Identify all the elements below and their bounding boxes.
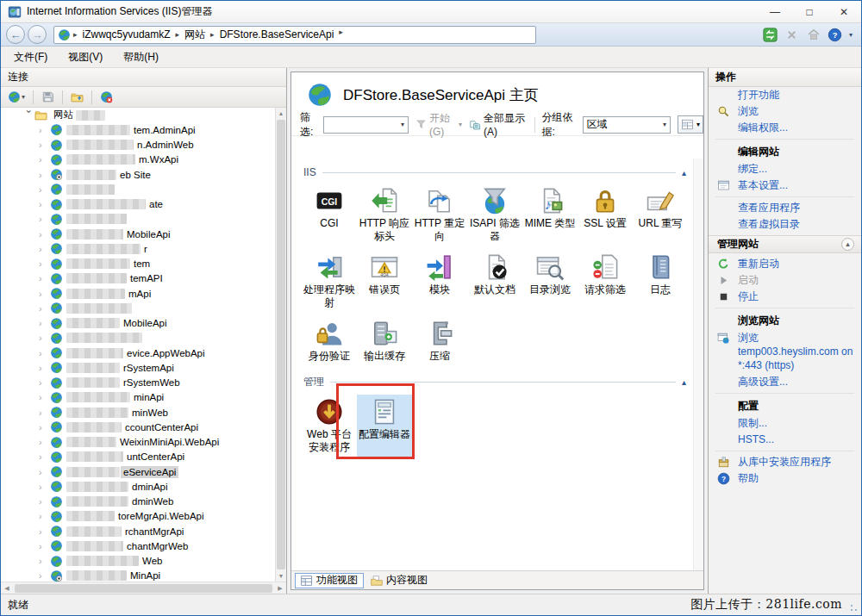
expander-icon[interactable]: ›: [39, 154, 50, 165]
expander-icon[interactable]: ›: [39, 318, 50, 328]
expander-icon[interactable]: ›: [39, 258, 50, 269]
expander-icon[interactable]: ›: [39, 467, 50, 477]
tree-site-row[interactable]: ›ccountCenterApi: [1, 420, 286, 434]
feature-web-platform-installer[interactable]: Web 平台安装程序: [302, 395, 357, 457]
collapse-group-icon[interactable]: ▴: [682, 168, 686, 177]
feature-directory-browsing[interactable]: 目录浏览: [522, 250, 578, 312]
tree-site-row[interactable]: ›mApi: [1, 286, 286, 301]
scroll-right-icon[interactable]: ▶: [274, 585, 286, 592]
expander-icon[interactable]: ›: [39, 496, 50, 507]
breadcrumb-segment[interactable]: ▸iZwwqc5yvudamkZ: [71, 28, 173, 42]
tree-site-row[interactable]: ›Web: [1, 554, 286, 569]
expander-icon[interactable]: ›: [39, 541, 50, 551]
maximize-button[interactable]: □: [792, 1, 827, 22]
tree-site-row[interactable]: ›evice.AppWebApi: [1, 345, 286, 360]
feature-configuration-editor[interactable]: 配置编辑器: [357, 395, 412, 457]
tree-site-row[interactable]: ›: [1, 182, 286, 196]
expander-icon[interactable]: ›: [39, 526, 50, 537]
feature-request-filtering[interactable]: 请求筛选: [578, 250, 633, 312]
help-dropdown-arrow[interactable]: ▾: [849, 31, 853, 39]
expander-icon[interactable]: ›: [39, 422, 50, 432]
expander-icon[interactable]: ›: [39, 451, 50, 462]
expander-icon[interactable]: ›: [39, 511, 50, 521]
expander-icon[interactable]: ›: [39, 214, 50, 224]
tree-site-row[interactable]: ›: [1, 301, 286, 315]
action-item[interactable]: 重新启动: [709, 256, 861, 272]
resize-grip[interactable]: [849, 603, 859, 613]
tree-site-row[interactable]: ›minApi: [1, 390, 286, 405]
content-scrollbar[interactable]: [693, 159, 703, 570]
expander-icon[interactable]: ›: [39, 125, 50, 135]
filter-input[interactable]: ▾: [323, 116, 409, 134]
feature-http-response-headers[interactable]: HTTP 响应标头: [357, 184, 412, 246]
tree-site-row[interactable]: ›dminWeb: [1, 495, 286, 509]
tree-site-row[interactable]: ›: [1, 212, 286, 227]
action-item[interactable]: 编辑权限...: [709, 120, 861, 136]
save-connection-button[interactable]: [40, 89, 56, 106]
connect-server-button[interactable]: ▾: [6, 89, 27, 106]
tree-site-row[interactable]: ›chantMgrWeb: [1, 538, 286, 553]
action-item[interactable]: 限制...: [709, 415, 861, 432]
action-item[interactable]: 浏览: [709, 103, 861, 120]
tree-site-row[interactable]: ›MobileApi: [1, 316, 286, 331]
tree-site-row[interactable]: ›tem: [1, 257, 286, 271]
expander-icon[interactable]: ›: [39, 289, 50, 299]
feature-http-redirect[interactable]: HTTP 重定向: [412, 184, 467, 246]
disconnect-button[interactable]: [98, 89, 115, 106]
tree-site-row[interactable]: ›eb Site: [1, 167, 286, 182]
expander-icon[interactable]: ›: [39, 556, 50, 566]
help-icon[interactable]: ?: [828, 27, 843, 42]
feature-logging[interactable]: 日志: [633, 250, 688, 312]
back-button[interactable]: ←: [6, 25, 25, 44]
tree-site-row[interactable]: ›n.AdminWeb: [1, 138, 286, 152]
tree-site-row[interactable]: ›untCenterApi: [1, 450, 286, 464]
feature-default-document[interactable]: 默认文档: [467, 250, 522, 312]
feature-output-caching[interactable]: 输出缓存: [357, 316, 412, 365]
expander-icon[interactable]: ›: [39, 377, 50, 388]
tree-site-row[interactable]: ›toreMgrApi.WebApi: [1, 509, 286, 524]
action-item[interactable]: 查看虚拟目录: [709, 216, 861, 233]
minimize-button[interactable]: —: [758, 1, 792, 22]
expander-icon[interactable]: ›: [39, 348, 50, 358]
tree-vertical-scrollbar[interactable]: ▲ ▼: [275, 108, 286, 582]
menu-item[interactable]: 帮助(H): [116, 47, 166, 67]
expander-icon[interactable]: ›: [39, 570, 50, 581]
view-selector-button[interactable]: ▾: [678, 115, 703, 134]
action-item[interactable]: 基本设置...: [709, 177, 861, 194]
tree-root-sites[interactable]: ›网站: [1, 108, 286, 122]
expander-icon[interactable]: ›: [39, 170, 50, 180]
tree-site-row[interactable]: ›rSystemWeb: [1, 376, 286, 390]
feature-modules[interactable]: 模块: [412, 250, 467, 312]
action-item[interactable]: 打开功能: [709, 87, 861, 103]
tree-site-row[interactable]: ›m.WxApi: [1, 152, 286, 167]
action-item[interactable]: 从库中安装应用程序: [709, 454, 861, 470]
sync-icon[interactable]: [763, 27, 778, 42]
expander-icon[interactable]: ›: [24, 109, 34, 121]
action-item[interactable]: 查看应用程序: [709, 200, 861, 216]
breadcrumb-segment[interactable]: ▸网站: [173, 28, 209, 42]
tree-site-row[interactable]: ›MobileApi: [1, 227, 286, 241]
expander-icon[interactable]: ›: [39, 229, 50, 240]
action-item[interactable]: 启动: [709, 272, 861, 289]
menu-item[interactable]: 文件(F): [6, 47, 55, 67]
tab-features-view[interactable]: 功能视图: [295, 573, 364, 588]
forward-button[interactable]: →: [28, 25, 47, 44]
scroll-up-icon[interactable]: ▲: [276, 108, 286, 119]
tree-site-row[interactable]: ›WeixinMiniApi.WebApi: [1, 435, 286, 450]
expander-icon[interactable]: ›: [39, 437, 50, 447]
tree-site-row[interactable]: ›MinApi: [1, 569, 286, 582]
expander-icon[interactable]: ›: [39, 363, 50, 373]
collapse-group-icon[interactable]: ▴: [682, 377, 686, 387]
action-item[interactable]: HSTS...: [709, 432, 861, 448]
tree-site-row[interactable]: ›temAPI: [1, 271, 286, 286]
tree-site-row[interactable]: ›rchantMgrApi: [1, 524, 286, 538]
tree-horizontal-scrollbar[interactable]: ◀ ▶: [1, 582, 286, 594]
expander-icon[interactable]: ›: [39, 244, 50, 254]
close-button[interactable]: ✕: [827, 1, 861, 22]
action-item[interactable]: 浏览 temp003.heyslim.com on *:443 (https): [709, 330, 861, 374]
action-item[interactable]: ?帮助: [709, 470, 861, 487]
scroll-down-icon[interactable]: ▼: [276, 570, 286, 582]
tree-site-row[interactable]: ›dminApi: [1, 479, 286, 494]
breadcrumb-segment[interactable]: ▸DFStore.BaseServiceApi: [208, 28, 336, 42]
feature-handler-mappings[interactable]: 处理程序映射: [302, 250, 357, 312]
